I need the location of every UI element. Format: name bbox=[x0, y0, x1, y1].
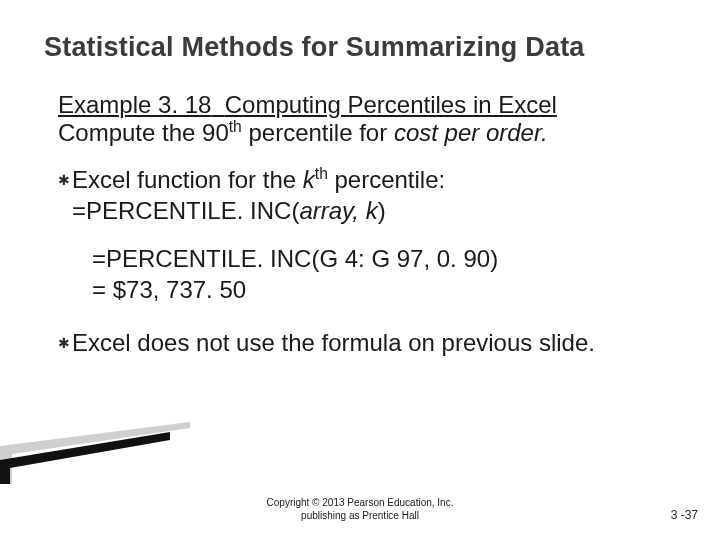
bullet-1: ✱ Excel function for the kth percentile:… bbox=[58, 165, 676, 226]
accent-shape bbox=[0, 418, 190, 484]
b1-post: percentile: bbox=[328, 166, 445, 193]
b1-k: k bbox=[303, 166, 315, 193]
example-number: Example 3. 18 bbox=[58, 91, 211, 118]
copyright-line2: publishing as Prentice Hall bbox=[0, 510, 720, 523]
indent-line2: = $73, 737. 50 bbox=[92, 275, 676, 306]
page-title: Statistical Methods for Summarizing Data bbox=[44, 32, 676, 63]
prompt-mid: percentile for bbox=[242, 119, 394, 146]
example-prompt: Compute the 90th percentile for cost per… bbox=[58, 119, 676, 147]
bullet-icon: ✱ bbox=[58, 172, 70, 190]
prompt-italic: cost per order. bbox=[394, 119, 548, 146]
example-name: Computing Percentiles in Excel bbox=[225, 91, 557, 118]
bullet-icon: ✱ bbox=[58, 335, 70, 353]
copyright-line1: Copyright © 2013 Pearson Education, Inc. bbox=[0, 497, 720, 510]
copyright: Copyright © 2013 Pearson Education, Inc.… bbox=[0, 497, 720, 522]
b1-sup: th bbox=[315, 165, 328, 182]
indent-line1: =PERCENTILE. INC(G 4: G 97, 0. 90) bbox=[92, 244, 676, 275]
example-heading: Example 3. 18 Computing Percentiles in E… bbox=[58, 91, 676, 119]
page-number: 3 -37 bbox=[671, 508, 698, 522]
indent-result: =PERCENTILE. INC(G 4: G 97, 0. 90) = $73… bbox=[92, 244, 676, 305]
bullet-2: ✱ Excel does not use the formula on prev… bbox=[58, 328, 676, 359]
svg-marker-0 bbox=[0, 422, 190, 484]
b1-l2a: =PERCENTILE. INC( bbox=[72, 197, 299, 224]
prompt-sup: th bbox=[229, 118, 242, 135]
svg-marker-1 bbox=[0, 432, 170, 484]
b1-pre: Excel function for the bbox=[72, 166, 303, 193]
b1-l2b: array, k bbox=[299, 197, 377, 224]
prompt-pre: Compute the 90 bbox=[58, 119, 229, 146]
b1-l2c: ) bbox=[378, 197, 386, 224]
b2-text: Excel does not use the formula on previo… bbox=[72, 329, 595, 356]
slide: Statistical Methods for Summarizing Data… bbox=[0, 0, 720, 540]
